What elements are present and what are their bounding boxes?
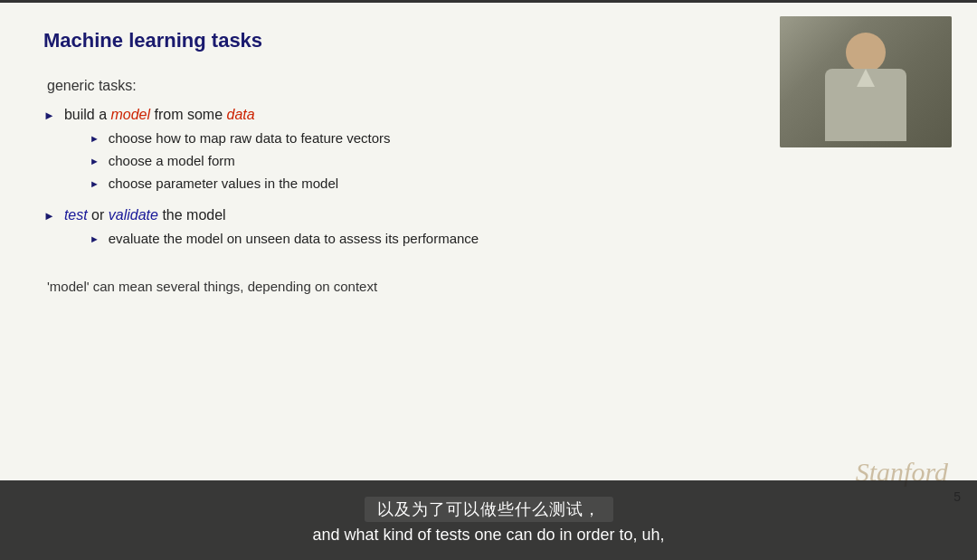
model-note: 'model' can mean several things, dependi…: [47, 279, 934, 294]
speaker-photo: [780, 16, 952, 147]
person-head: [846, 33, 886, 72]
sub-bullet-param-values: ► choose parameter values in the model: [90, 176, 391, 191]
bullet-arrow-1: ►: [43, 109, 55, 122]
speaker-thumbnail: [780, 16, 952, 147]
sub-bullet-model-form: ► choose a model form: [90, 153, 391, 168]
validate-italic: validate: [109, 207, 158, 223]
subtitle-english: and what kind of tests one can do in ord…: [299, 526, 677, 545]
sub-arrow-4: ►: [90, 233, 100, 244]
model-italic: model: [110, 107, 150, 122]
build-text-middle: from some: [150, 107, 226, 122]
sub-bullet-evaluate: ► evaluate the model on unseen data to a…: [90, 231, 479, 246]
sub-bullet-map-raw: ► choose how to map raw data to feature …: [90, 130, 391, 146]
sub-bullet-evaluate-text: evaluate the model on unseen data to ass…: [109, 231, 479, 246]
bullet-arrow-2: ►: [43, 209, 55, 223]
sub-bullet-model-form-text: choose a model form: [109, 153, 235, 168]
subtitle-chinese: 以及为了可以做些什么测试，: [365, 497, 613, 522]
sub-arrow-1: ►: [90, 133, 100, 144]
sub-bullet-list-1: ► choose how to map raw data to feature …: [90, 130, 391, 191]
build-text-before: build a: [64, 107, 111, 122]
slide-content: Machine learning tasks generic tasks: ► …: [0, 0, 977, 560]
slide-container: Machine learning tasks generic tasks: ► …: [0, 0, 977, 560]
data-italic: data: [227, 107, 255, 122]
bullet-test-validate-text: test or validate the model ► evaluate th…: [64, 207, 479, 253]
subtitle-bar: 以及为了可以做些什么测试， and what kind of tests one…: [0, 480, 977, 560]
bullet-build-model-text: build a model from some data ► choose ho…: [64, 107, 391, 198]
sub-bullet-map-raw-text: choose how to map raw data to feature ve…: [109, 130, 391, 146]
sub-arrow-2: ►: [90, 156, 100, 166]
test-italic: test: [64, 207, 88, 223]
the-model-text: the model: [158, 207, 226, 223]
sub-bullet-param-values-text: choose parameter values in the model: [109, 176, 338, 191]
bullet-test-validate: ► test or validate the model ► evaluate …: [43, 207, 934, 253]
sub-bullet-list-2: ► evaluate the model on unseen data to a…: [90, 231, 479, 246]
or-text: or: [88, 207, 109, 223]
sub-arrow-3: ►: [90, 178, 100, 189]
